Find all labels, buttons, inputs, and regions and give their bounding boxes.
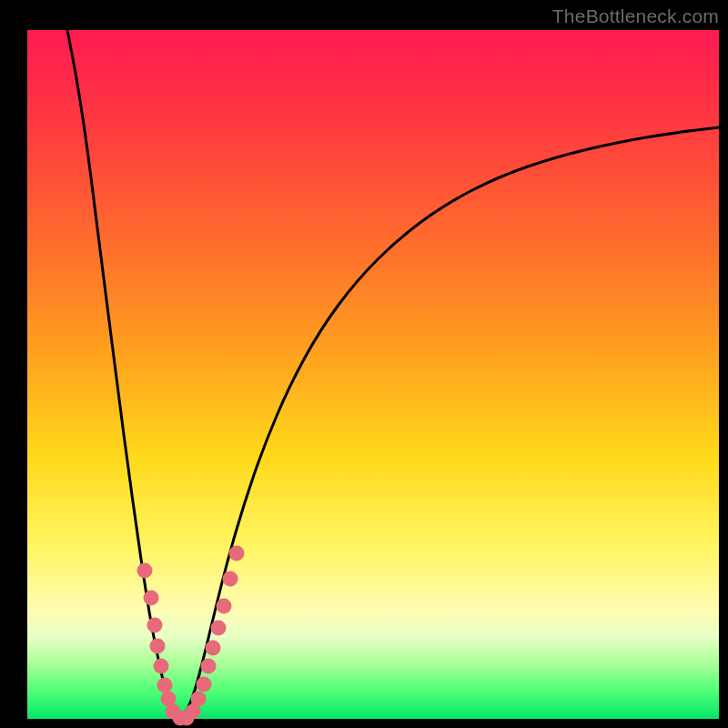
marker-dot bbox=[223, 571, 238, 587]
marker-dot bbox=[217, 599, 232, 614]
marker-dot bbox=[197, 677, 212, 693]
marker-dot bbox=[137, 563, 153, 579]
marker-dot bbox=[154, 659, 169, 674]
marker-dot bbox=[157, 678, 173, 693]
curve-left-branch bbox=[67, 30, 180, 719]
marker-dot bbox=[191, 692, 207, 707]
chart-frame: TheBottleneck.com bbox=[0, 0, 728, 728]
marker-dot bbox=[211, 621, 227, 636]
marker-dot bbox=[147, 618, 163, 633]
marker-dot bbox=[144, 591, 159, 606]
chart-svg-overlay bbox=[0, 0, 728, 728]
curve-right-branch bbox=[180, 127, 719, 719]
marker-dot bbox=[229, 546, 245, 561]
marker-dot bbox=[201, 659, 217, 674]
marker-dot bbox=[206, 641, 221, 656]
marker-dot bbox=[150, 639, 166, 654]
watermark-text: TheBottleneck.com bbox=[552, 5, 719, 27]
